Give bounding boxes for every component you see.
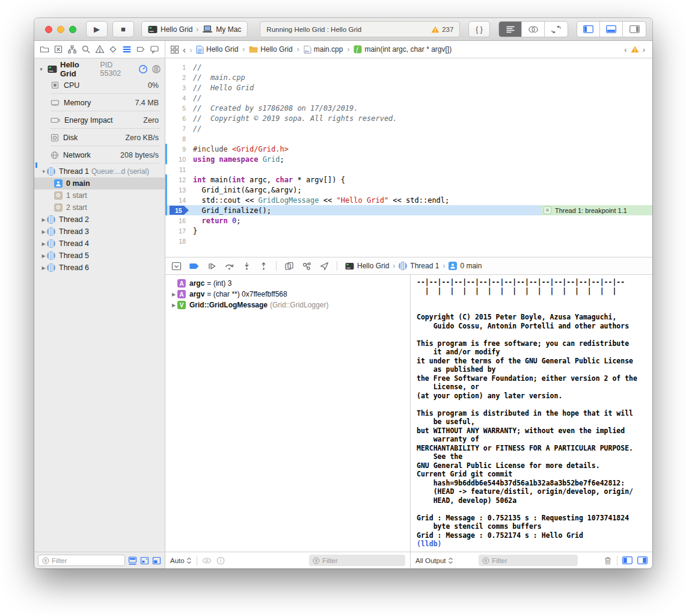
code-line[interactable]: 7// <box>165 123 652 134</box>
jumpbar-crumb-group[interactable]: Hello Grid <box>249 45 292 54</box>
code-line[interactable]: 18 <box>165 236 652 246</box>
lldb-prompt[interactable]: (lldb) <box>417 540 652 549</box>
code-line[interactable]: 2// main.cpp <box>165 72 652 82</box>
stack-frame-row[interactable]: 0 main <box>34 177 165 189</box>
step-over-icon[interactable] <box>224 262 234 271</box>
breakpoint-navigator-icon[interactable] <box>136 45 145 54</box>
debug-navigator-icon[interactable] <box>122 45 132 54</box>
zoom-window-button[interactable] <box>69 26 76 33</box>
variable-row[interactable]: ▶VGrid::GridLogMessage(Grid::GridLogger) <box>165 300 410 310</box>
disclosure-triangle-icon[interactable]: ▶ <box>40 253 47 259</box>
source-editor[interactable]: 1//2// main.cpp3// Hello Grid4//5// Crea… <box>165 58 652 257</box>
filter-crashed-threads-icon[interactable] <box>140 556 149 565</box>
stack-frame-row[interactable]: ⚙1 start <box>34 189 165 202</box>
test-navigator-icon[interactable] <box>108 45 118 54</box>
breakpoint-indicator[interactable]: 15 <box>170 206 189 215</box>
code-line[interactable]: 8 <box>165 134 652 144</box>
continue-execution-icon[interactable] <box>207 262 216 271</box>
clear-console-trash-icon[interactable] <box>604 556 612 565</box>
code-line[interactable]: 12int main(int argc, char * argv[]) { <box>165 174 652 185</box>
thread-row-3[interactable]: ▶Thread 3 <box>34 226 165 238</box>
thread-row-1[interactable]: ▼Thread 1Queue:...d (serial) <box>34 165 165 177</box>
variable-row[interactable]: ▶Aargv= (char **) 0x7ffeefbff568 <box>165 289 410 300</box>
variables-filter-input[interactable] <box>322 557 402 564</box>
show-variables-view-toggle-icon[interactable] <box>622 556 632 564</box>
disclosure-triangle-icon[interactable]: ▼ <box>38 67 44 72</box>
library-button[interactable]: { } <box>468 21 490 37</box>
toggle-debug-area-button[interactable] <box>600 22 623 37</box>
variables-view[interactable]: Aargc= (int) 3▶Aargv= (char **) 0x7ffeef… <box>165 275 411 552</box>
thread-row-5[interactable]: ▶Thread 5 <box>34 250 165 262</box>
console-output[interactable]: --|--|--|--|--|--|--|--|--|--|--|--|--|-… <box>411 275 652 552</box>
debug-crumb-thread[interactable]: Thread 1 <box>410 262 439 270</box>
hide-debug-area-icon[interactable] <box>171 262 182 271</box>
related-items-icon[interactable] <box>170 45 179 54</box>
step-into-icon[interactable] <box>242 262 251 271</box>
step-out-icon[interactable] <box>259 262 268 271</box>
stop-button[interactable]: ■ <box>112 21 134 37</box>
code-line[interactable]: 16 return 0; <box>165 215 652 226</box>
disclosure-triangle-icon[interactable]: ▶ <box>40 217 47 223</box>
variables-scope-dropdown[interactable]: Auto <box>170 557 192 564</box>
version-editor-button[interactable] <box>545 22 568 37</box>
simulate-location-icon[interactable] <box>320 262 329 271</box>
thread-strands-icon[interactable] <box>152 64 161 74</box>
process-row[interactable]: ▼ Hello Grid PID 55302 <box>34 62 165 76</box>
code-line[interactable]: 5// Created by s1786208 on 17/03/2019. <box>165 103 652 113</box>
variables-filter-field[interactable] <box>309 555 405 566</box>
code-line[interactable]: 4// <box>165 93 652 103</box>
run-button[interactable]: ▶ <box>86 21 108 37</box>
disclosure-triangle-icon[interactable]: ▶ <box>40 241 47 247</box>
console-filter-field[interactable] <box>479 555 578 566</box>
jumpbar-crumb-file[interactable]: c+ main.cpp <box>304 45 343 54</box>
code-line[interactable]: 1// <box>165 62 652 72</box>
toggle-inspector-panel-button[interactable] <box>623 22 646 37</box>
jumpbar-crumb-symbol[interactable]: f main(int argc, char * argv[]) <box>354 45 452 54</box>
print-description-info-icon[interactable] <box>216 556 225 565</box>
thread-row-6[interactable]: ▶Thread 6 <box>34 262 165 274</box>
search-navigator-icon[interactable] <box>81 45 91 54</box>
gauge-row-network[interactable]: Network208 bytes/s <box>34 146 165 164</box>
code-line[interactable]: 3// Hello Grid <box>165 82 652 93</box>
disclosure-triangle-icon[interactable]: ▶ <box>170 303 177 308</box>
scheme-selector[interactable]: Hello Grid › My Mac <box>141 21 248 37</box>
disclosure-triangle-icon[interactable]: ▶ <box>40 265 47 271</box>
code-line[interactable]: 10using namespace Grid; <box>165 154 652 164</box>
code-line[interactable]: 13 Grid_init(&argc,&argv); <box>165 185 652 195</box>
project-navigator-icon[interactable] <box>40 45 49 54</box>
source-control-navigator-icon[interactable] <box>54 45 63 54</box>
disclosure-triangle-icon[interactable]: ▶ <box>170 292 177 297</box>
thread-row-4[interactable]: ▶Thread 4 <box>34 238 165 250</box>
report-navigator-icon[interactable] <box>150 45 159 54</box>
console-filter-input[interactable] <box>492 557 574 564</box>
breakpoints-toggle-icon[interactable] <box>189 262 200 270</box>
debug-crumb-frame[interactable]: 0 main <box>460 262 482 270</box>
go-forward-button[interactable]: › <box>189 45 192 55</box>
minimize-window-button[interactable] <box>57 26 64 33</box>
code-line[interactable]: 11 <box>165 164 652 174</box>
debug-crumb-process[interactable]: Hello Grid <box>357 262 389 270</box>
thread-row-2[interactable]: ▶Thread 2 <box>34 214 165 226</box>
toggle-navigator-panel-button[interactable] <box>577 22 600 37</box>
next-issue-button[interactable]: › <box>643 45 645 54</box>
memory-graph-icon[interactable] <box>302 262 312 271</box>
jumpbar-crumb-project[interactable]: Hello Grid <box>196 45 238 54</box>
assistant-editor-button[interactable] <box>522 22 545 37</box>
issue-navigator-icon[interactable] <box>95 45 105 54</box>
variable-row[interactable]: Aargc= (int) 3 <box>165 278 410 289</box>
symbol-navigator-icon[interactable] <box>67 45 77 54</box>
quicklook-eye-icon[interactable] <box>202 557 212 564</box>
navigator-filter-field[interactable] <box>38 555 125 566</box>
performance-gauge-icon[interactable] <box>138 64 148 74</box>
code-line[interactable]: 9#include <Grid/Grid.h> <box>165 144 652 154</box>
view-hierarchy-icon[interactable] <box>284 262 294 271</box>
warning-count-badge[interactable]: 237 <box>431 26 453 33</box>
code-line[interactable]: 6// Copyright © 2019 sopa. All rights re… <box>165 113 652 123</box>
gauge-row-disk[interactable]: DiskZero KB/s <box>34 129 165 146</box>
disclosure-triangle-icon[interactable]: ▼ <box>40 169 47 174</box>
go-back-button[interactable]: ‹ <box>183 45 186 55</box>
code-line[interactable]: 14 std::cout << GridLogMessage << "Hello… <box>165 195 652 205</box>
gauge-row-energy-impact[interactable]: Energy ImpactZero <box>34 111 165 129</box>
close-window-button[interactable] <box>45 26 52 33</box>
filter-stack-frames-icon[interactable] <box>152 556 161 565</box>
